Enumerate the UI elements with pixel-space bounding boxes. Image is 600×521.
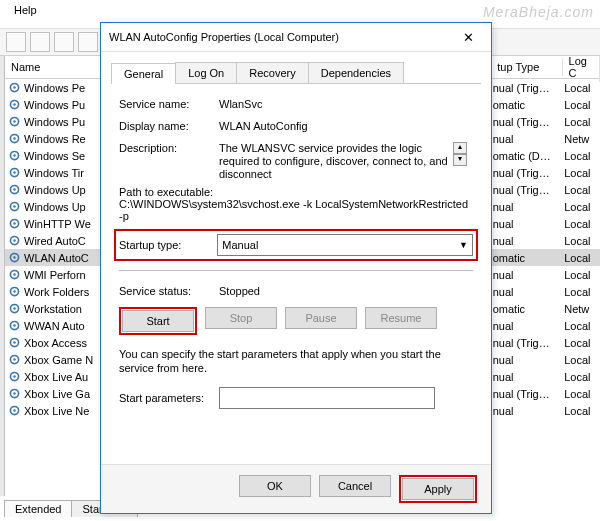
svg-point-17 <box>13 222 15 224</box>
startup-type-cell: omatic <box>493 303 565 315</box>
watermark: MeraBheja.com <box>483 4 594 20</box>
service-name-cell: Windows Se <box>24 150 103 162</box>
cancel-button[interactable]: Cancel <box>319 475 391 497</box>
svg-point-5 <box>13 120 15 122</box>
logon-cell: Local <box>564 405 600 417</box>
dialog-title: WLAN AutoConfig Properties (Local Comput… <box>109 31 453 43</box>
service-name-cell: Windows Pe <box>24 82 103 94</box>
label-description: Description: <box>119 142 219 154</box>
service-name-cell: Windows Re <box>24 133 103 145</box>
value-service-name: WlanSvc <box>219 98 473 110</box>
value-service-status: Stopped <box>219 285 473 297</box>
start-params-note: You can specify the start parameters tha… <box>119 347 473 375</box>
gear-icon <box>8 251 21 265</box>
svg-point-9 <box>13 154 15 156</box>
startup-type-cell: nual <box>493 201 565 213</box>
titlebar[interactable]: WLAN AutoConfig Properties (Local Comput… <box>101 23 491 52</box>
description-scroll[interactable]: ▴▾ <box>453 142 467 176</box>
startup-type-cell: nual (Trig… <box>493 116 565 128</box>
column-name[interactable]: Name <box>5 58 101 76</box>
menu-help[interactable]: Help <box>8 2 43 18</box>
startup-type-cell: nual <box>493 218 565 230</box>
startup-type-cell: nual <box>493 133 565 145</box>
startup-type-value: Manual <box>222 239 258 251</box>
startup-type-cell: nual (Trig… <box>493 184 565 196</box>
gear-icon <box>8 98 21 112</box>
gear-icon <box>8 200 21 214</box>
logon-cell: Local <box>564 167 600 179</box>
chevron-up-icon[interactable]: ▴ <box>453 142 467 154</box>
logon-cell: Local <box>564 150 600 162</box>
column-logon[interactable]: Log C <box>563 56 600 82</box>
service-name-cell: Xbox Access <box>24 337 103 349</box>
startup-type-cell: nual (Trig… <box>493 337 565 349</box>
gear-icon <box>8 319 21 333</box>
svg-point-7 <box>13 137 15 139</box>
stop-button: Stop <box>205 307 277 329</box>
logon-cell: Local <box>564 116 600 128</box>
svg-point-25 <box>13 290 15 292</box>
svg-point-29 <box>13 324 15 326</box>
gear-icon <box>8 217 21 231</box>
logon-cell: Local <box>564 371 600 383</box>
chevron-down-icon[interactable]: ▾ <box>453 154 467 166</box>
tab-extended[interactable]: Extended <box>4 500 72 517</box>
gear-icon <box>8 81 21 95</box>
svg-point-11 <box>13 171 15 173</box>
logon-cell: Local <box>564 286 600 298</box>
startup-type-cell: nual (Trig… <box>493 167 565 179</box>
logon-cell: Netw <box>564 303 600 315</box>
toolbar-button[interactable] <box>6 32 26 52</box>
toolbar-button[interactable] <box>78 32 98 52</box>
column-startup-type[interactable]: tup Type <box>491 58 562 76</box>
startup-type-cell: nual (Trig… <box>493 388 565 400</box>
service-name-cell: Windows Pu <box>24 99 103 111</box>
label-service-status: Service status: <box>119 285 219 297</box>
label-service-name: Service name: <box>119 98 219 110</box>
ok-button[interactable]: OK <box>239 475 311 497</box>
apply-button[interactable]: Apply <box>402 478 474 500</box>
svg-point-1 <box>13 86 15 88</box>
label-startup-type: Startup type: <box>119 239 217 251</box>
service-name-cell: Work Folders <box>24 286 103 298</box>
label-start-params: Start parameters: <box>119 392 219 404</box>
label-display-name: Display name: <box>119 120 219 132</box>
close-icon[interactable]: ✕ <box>453 30 483 45</box>
logon-cell: Local <box>564 354 600 366</box>
svg-point-13 <box>13 188 15 190</box>
start-parameters-input[interactable] <box>219 387 435 409</box>
value-display-name: WLAN AutoConfig <box>219 120 473 132</box>
service-name-cell: Windows Tir <box>24 167 103 179</box>
logon-cell: Local <box>564 269 600 281</box>
service-name-cell: Windows Up <box>24 201 103 213</box>
svg-point-27 <box>13 307 15 309</box>
logon-cell: Local <box>564 320 600 332</box>
gear-icon <box>8 234 21 248</box>
svg-point-15 <box>13 205 15 207</box>
logon-cell: Local <box>564 99 600 111</box>
gear-icon <box>8 387 21 401</box>
service-name-cell: WinHTTP We <box>24 218 103 230</box>
startup-type-cell: nual <box>493 405 565 417</box>
chevron-down-icon: ▼ <box>459 240 468 250</box>
gear-icon <box>8 370 21 384</box>
logon-cell: Local <box>564 252 600 264</box>
tab-general[interactable]: General <box>111 63 176 84</box>
svg-point-23 <box>13 273 15 275</box>
service-name-cell: WMI Perforn <box>24 269 103 281</box>
start-button[interactable]: Start <box>122 310 194 332</box>
startup-type-dropdown[interactable]: Manual ▼ <box>217 234 473 256</box>
gear-icon <box>8 166 21 180</box>
toolbar-button[interactable] <box>30 32 50 52</box>
tab-recovery[interactable]: Recovery <box>236 62 308 83</box>
tab-logon[interactable]: Log On <box>175 62 237 83</box>
gear-icon <box>8 302 21 316</box>
service-name-cell: WLAN AutoC <box>24 252 103 264</box>
toolbar-button[interactable] <box>54 32 74 52</box>
dialog-tabs: General Log On Recovery Dependencies <box>111 62 481 84</box>
svg-point-35 <box>13 375 15 377</box>
startup-type-cell: nual <box>493 320 565 332</box>
tab-dependencies[interactable]: Dependencies <box>308 62 404 83</box>
startup-type-cell: omatic (D… <box>493 150 565 162</box>
gear-icon <box>8 149 21 163</box>
